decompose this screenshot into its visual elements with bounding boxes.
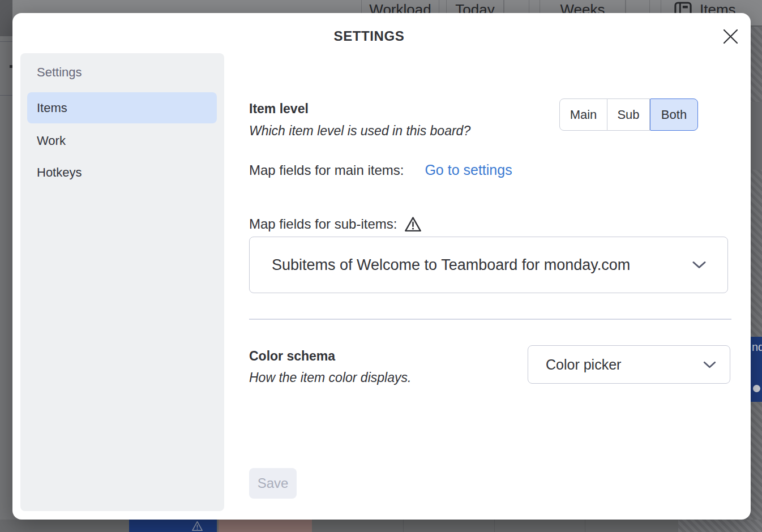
color-schema-label: Color schema (249, 348, 335, 364)
background-row-line (0, 41, 12, 42)
warning-triangle-icon (404, 216, 422, 233)
go-to-settings-link[interactable]: Go to settings (425, 161, 512, 178)
close-button[interactable] (720, 27, 741, 48)
background-grid-line (403, 520, 404, 532)
item-level-label: Item level (249, 101, 309, 117)
sidebar-item-label: Items (37, 101, 67, 115)
section-divider (249, 319, 731, 320)
segment-main-button[interactable]: Main (559, 98, 607, 131)
map-sub-items-row: Map fields for sub-items: (249, 216, 422, 233)
sidebar-item-label: Work (37, 134, 66, 148)
sidebar-item-hotkeys[interactable]: Hotkeys (27, 157, 217, 188)
item-level-segmented-control: Main Sub Both (559, 98, 698, 131)
close-icon (723, 29, 738, 46)
map-main-items-row: Map fields for main items: Go to setting… (249, 161, 512, 179)
sidebar-item-label: Hotkeys (37, 165, 82, 180)
background-bottom-row (0, 520, 762, 532)
subitems-board-dropdown-value: Subitems of Welcome to Teamboard for mon… (272, 256, 692, 274)
chevron-down-icon (703, 361, 716, 368)
segment-sub-button[interactable]: Sub (607, 98, 650, 131)
background-timeline-bar-salmon (219, 520, 312, 532)
background-bar-text-fragment: nd (752, 341, 762, 354)
segment-both-button[interactable]: Both (650, 98, 698, 131)
background-avatar-fragment (753, 385, 760, 392)
sidebar-item-work[interactable]: Work (27, 125, 217, 156)
background-grid-line (585, 520, 585, 532)
map-main-items-label: Map fields for main items: (249, 162, 404, 179)
background-grid-line (494, 520, 495, 532)
map-sub-items-label: Map fields for sub-items: (249, 216, 397, 233)
color-schema-dropdown-value: Color picker (546, 357, 703, 373)
background-row-line (0, 95, 12, 96)
sidebar-item-items[interactable]: Items (27, 92, 217, 123)
color-schema-dropdown[interactable]: Color picker (528, 345, 730, 384)
background-left-panel (0, 0, 12, 36)
subitems-board-dropdown[interactable]: Subitems of Welcome to Teamboard for mon… (249, 237, 728, 293)
background-timeline-bar-blue (129, 520, 217, 532)
settings-modal: SETTINGS Settings Items Work Hotkeys Ite… (12, 13, 751, 520)
warning-triangle-icon (191, 521, 203, 532)
sidebar-heading: Settings (37, 65, 82, 80)
save-button[interactable]: Save (249, 468, 297, 499)
chevron-down-icon (692, 261, 706, 269)
item-level-description: Which item level is used in this board? (249, 123, 470, 139)
settings-sidebar: Settings Items Work Hotkeys (20, 53, 224, 511)
background-weekend-hatch (678, 520, 762, 532)
color-schema-description: How the item color displays. (249, 370, 411, 385)
modal-title: SETTINGS (12, 28, 726, 44)
